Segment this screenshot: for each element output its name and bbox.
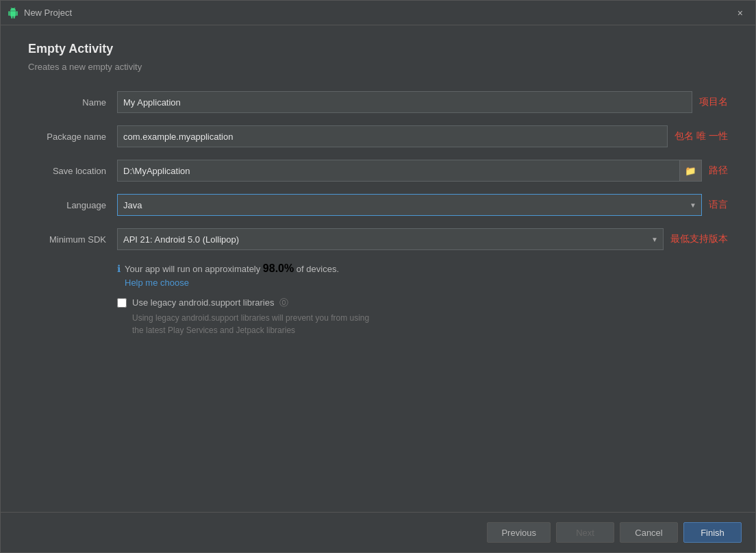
legacy-libraries-group: Use legacy android.support libraries ⓪ U…	[117, 297, 369, 336]
legacy-libraries-help-icon[interactable]: ⓪	[279, 297, 288, 309]
android-logo-icon	[8, 8, 18, 19]
next-button: Next	[556, 522, 614, 543]
package-name-input[interactable]	[117, 125, 668, 147]
dialog-footer: Previous Next Cancel Finish	[1, 512, 755, 552]
device-support-info: ℹ Your app will run on approximately 98.…	[117, 262, 728, 288]
save-location-label: Save location	[28, 166, 117, 176]
package-name-row: Package name 包名 唯 一性	[28, 125, 728, 147]
close-button[interactable]: ×	[732, 5, 748, 21]
language-select-wrapper: Java Kotlin ▼	[117, 194, 702, 216]
info-percentage: 98.0%	[263, 262, 294, 274]
cancel-button[interactable]: Cancel	[620, 522, 678, 543]
section-title: Empty Activity	[28, 42, 728, 56]
save-location-field-group: 📁	[117, 160, 702, 182]
dialog-content: Empty Activity Creates a new empty activ…	[1, 25, 755, 512]
language-row: Language Java Kotlin ▼ 语言	[28, 194, 728, 216]
package-name-annotation: 包名 唯 一性	[675, 130, 728, 143]
name-annotation: 项目名	[699, 96, 728, 108]
language-annotation: 语言	[709, 199, 728, 211]
language-label: Language	[28, 200, 117, 210]
minimum-sdk-select[interactable]: API 21: Android 5.0 (Lollipop) API 22: A…	[117, 228, 664, 250]
title-bar: New Project ×	[1, 1, 755, 25]
section-subtitle: Creates a new empty activity	[28, 62, 728, 72]
legacy-libraries-row: Use legacy android.support libraries ⓪ U…	[117, 297, 728, 336]
name-label: Name	[28, 97, 117, 108]
browse-folder-button[interactable]: 📁	[680, 160, 702, 182]
checkbox-label-row: Use legacy android.support libraries ⓪	[117, 297, 369, 309]
legacy-libraries-description: Using legacy android.support libraries w…	[132, 312, 369, 336]
info-text-prefix: Your app will run on approximately	[125, 264, 263, 274]
save-location-row: Save location 📁 路径	[28, 160, 728, 182]
info-text-suffix: of devices.	[294, 264, 339, 274]
folder-icon: 📁	[685, 166, 696, 176]
legacy-libraries-label: Use legacy android.support libraries	[132, 297, 274, 308]
finish-button[interactable]: Finish	[683, 522, 742, 543]
minimum-sdk-select-wrapper: API 21: Android 5.0 (Lollipop) API 22: A…	[117, 228, 664, 250]
help-me-choose-link[interactable]: Help me choose	[125, 278, 189, 288]
info-icon: ℹ	[117, 263, 121, 274]
save-location-annotation: 路径	[709, 164, 728, 177]
previous-button[interactable]: Previous	[487, 522, 551, 543]
minimum-sdk-annotation: 最低支持版本	[670, 233, 728, 245]
minimum-sdk-label: Minimum SDK	[28, 234, 117, 245]
name-input[interactable]	[117, 91, 692, 113]
title-bar-text: New Project	[24, 8, 727, 18]
language-select[interactable]: Java Kotlin	[117, 194, 702, 216]
info-content: Your app will run on approximately 98.0%…	[125, 262, 339, 288]
minimum-sdk-row: Minimum SDK API 21: Android 5.0 (Lollipo…	[28, 228, 728, 250]
save-location-input[interactable]	[117, 160, 680, 182]
name-row: Name 项目名	[28, 91, 728, 113]
legacy-libraries-checkbox[interactable]	[117, 298, 127, 308]
package-name-label: Package name	[28, 132, 117, 142]
dialog-window: New Project × Empty Activity Creates a n…	[0, 0, 756, 553]
